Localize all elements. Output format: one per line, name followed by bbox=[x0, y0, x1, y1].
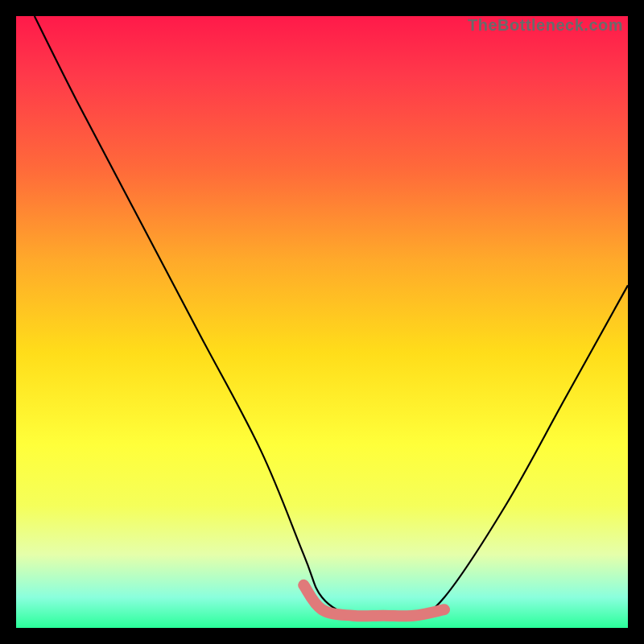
bottleneck-curve-path bbox=[35, 16, 628, 617]
chart-plot-area: TheBottleneck.com bbox=[16, 16, 628, 628]
chart-svg bbox=[16, 16, 628, 628]
